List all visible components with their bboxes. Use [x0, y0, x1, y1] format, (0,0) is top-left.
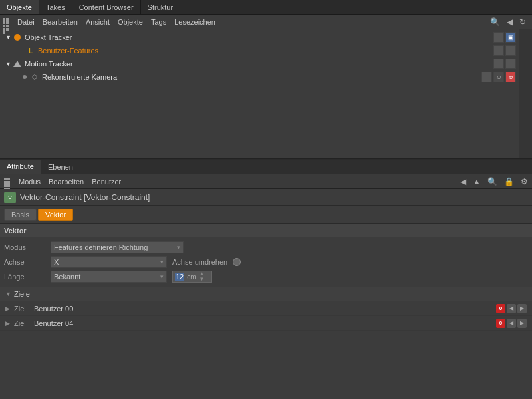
attr-menu-modus[interactable]: Modus — [15, 176, 45, 187]
ziele-header[interactable]: ▼ Ziele — [0, 287, 532, 301]
object-panel: ▼ Objekt Tracker ▣ L Benutzer-Features — [0, 29, 532, 159]
tree-item-motion-tracker[interactable]: ▼ Motion Tracker — [0, 57, 519, 70]
tree-label-kamera: Rekonstruierte Kamera — [42, 73, 481, 81]
number-arrows: ▲ ▼ — [200, 271, 205, 282]
tree-item-obj-tracker[interactable]: ▼ Objekt Tracker ▣ — [0, 31, 519, 44]
prop-label-modus: Modus — [4, 243, 51, 251]
tab-content-browser[interactable]: Content Browser — [72, 0, 141, 14]
tree-actions-obj-tracker: ▣ — [493, 32, 516, 43]
attr-tab-bar: Attribute Ebenen — [0, 160, 532, 174]
menu-objekte[interactable]: Objekte — [114, 17, 147, 27]
action-btn-m1[interactable] — [493, 59, 504, 69]
tree-dot-kamera — [23, 75, 27, 79]
arrow-up-icon[interactable]: ▲ — [471, 176, 482, 187]
menu-tags[interactable]: Tags — [147, 17, 170, 27]
attr-menu-benutzer[interactable]: Benutzer — [88, 176, 125, 187]
grid-handle — [1, 17, 12, 27]
menu-ansicht[interactable]: Ansicht — [82, 17, 114, 27]
achse-select[interactable]: X ▾ — [51, 256, 167, 268]
ziel-expand-arrow-0[interactable]: ▶ — [5, 305, 10, 312]
prop-control-modus: Features definieren Richtung ▾ — [51, 241, 528, 253]
ziel-nav-next-0[interactable]: ▶ — [517, 304, 527, 313]
refresh-icon[interactable]: ↻ — [517, 17, 528, 27]
number-down-arrow[interactable]: ▼ — [200, 277, 205, 282]
tree-actions-kamera: ⊙ ⊗ — [481, 72, 516, 82]
ziel-row-0: ▶ Ziel Benutzer 00 0 ◀ ▶ — [0, 301, 532, 316]
menu-bearbeiten[interactable]: Bearbeiten — [39, 17, 82, 27]
tree-label-motion: Motion Tracker — [25, 60, 493, 68]
ziel-badge-1: 0 — [496, 319, 505, 328]
ziel-nav-next-1[interactable]: ▶ — [517, 319, 527, 328]
tree-icon-motion — [12, 59, 23, 69]
action-btn-m2[interactable] — [505, 59, 516, 69]
sub-tab-vektor[interactable]: Vektor — [38, 209, 73, 221]
tree-expand-arrow: ▼ — [5, 34, 12, 41]
attr-menu-bearbeiten[interactable]: Bearbeiten — [45, 176, 88, 187]
ziel-expand-arrow-1[interactable]: ▶ — [5, 320, 10, 327]
action-btn-k1[interactable] — [481, 72, 492, 82]
menu-datei[interactable]: Datei — [13, 17, 39, 27]
side-panel — [519, 29, 532, 158]
menu-lesezeichen[interactable]: Lesezeichen — [170, 17, 219, 27]
laenge-select[interactable]: Bekannt ▾ — [51, 271, 167, 283]
action-btn-b2[interactable] — [505, 45, 516, 56]
sub-tab-basis[interactable]: Basis — [4, 209, 37, 221]
action-btn-k3[interactable]: ⊗ — [505, 72, 516, 82]
prop-row-laenge: Länge Bekannt ▾ 12 cm ▲ ▼ — [0, 269, 532, 284]
attr-search-icon[interactable]: 🔍 — [486, 176, 499, 187]
tree-icon-obj-tracker — [12, 32, 23, 43]
action-btn-k2[interactable]: ⊙ — [493, 72, 504, 82]
lock-icon[interactable]: 🔒 — [503, 176, 515, 187]
ziel-key-1: Ziel — [14, 319, 34, 327]
arrow-left-icon[interactable]: ◀ — [459, 176, 467, 187]
tree-actions-motion — [493, 59, 516, 69]
attr-menu-bar: Modus Bearbeiten Benutzer ◀ ▲ 🔍 🔒 ⚙ — [0, 174, 532, 189]
search-icon[interactable]: 🔍 — [488, 17, 502, 27]
action-btn-2[interactable]: ▣ — [505, 32, 516, 43]
constraint-icon: V — [4, 192, 16, 203]
prop-label-laenge: Länge — [4, 273, 51, 281]
arrow-icon[interactable]: ◀ — [505, 17, 515, 27]
attr-tab-ebenen[interactable]: Ebenen — [41, 160, 80, 174]
tab-takes[interactable]: Takes — [39, 0, 72, 14]
tree-icon-kamera: ⬡ — [29, 72, 40, 82]
ziele-header-label: Ziele — [14, 290, 30, 298]
ziel-icons-1: 0 ◀ ▶ — [496, 319, 527, 328]
attr-tab-attribute[interactable]: Attribute — [0, 160, 41, 174]
title-row: V Vektor-Constraint [Vektor-Constraint] — [0, 189, 532, 206]
modus-select[interactable]: Features definieren Richtung ▾ — [51, 241, 184, 253]
ziel-nav-prev-1[interactable]: ◀ — [507, 319, 516, 328]
achse-umdrehen-checkbox[interactable] — [233, 258, 241, 266]
laenge-select-arrow-icon: ▾ — [160, 273, 164, 280]
number-input[interactable]: 12 cm ▲ ▼ — [172, 271, 212, 283]
tree-item-benutzer[interactable]: L Benutzer-Features — [0, 44, 519, 57]
menu-bar: Datei Bearbeiten Ansicht Objekte Tags Le… — [0, 15, 532, 29]
ziel-row-1: ▶ Ziel Benutzer 04 0 ◀ ▶ — [0, 316, 532, 331]
tab-struktur[interactable]: Struktur — [141, 0, 181, 14]
prop-area: Modus Features definieren Richtung ▾ Ach… — [0, 237, 532, 287]
prop-row-achse: Achse X ▾ Achse umdrehen — [0, 255, 532, 269]
number-unit: cm — [187, 273, 196, 281]
action-btn-1[interactable] — [493, 32, 504, 43]
modus-select-arrow-icon: ▾ — [177, 244, 180, 251]
ziel-nav-prev-0[interactable]: ◀ — [507, 304, 516, 313]
settings-icon[interactable]: ⚙ — [519, 176, 529, 187]
prop-label-achse: Achse — [4, 258, 51, 266]
top-tab-bar: Objekte Takes Content Browser Struktur — [0, 0, 532, 15]
prop-control-laenge: Bekannt ▾ 12 cm ▲ ▼ — [51, 271, 528, 283]
achse-select-arrow-icon: ▾ — [160, 259, 164, 265]
prop-control-achse: X ▾ Achse umdrehen — [51, 256, 528, 268]
constraint-title: Vektor-Constraint [Vektor-Constraint] — [20, 193, 150, 202]
tree-label-obj-tracker: Objekt Tracker — [25, 33, 493, 41]
section-vektor: Vektor — [0, 224, 532, 237]
ziel-val-1: Benutzer 04 — [34, 319, 496, 327]
modus-select-value: Features definieren Richtung — [54, 243, 148, 251]
action-btn-b1[interactable] — [493, 45, 504, 56]
attr-panel: Attribute Ebenen Modus Bearbeiten Benutz… — [0, 160, 532, 331]
tab-objekte[interactable]: Objekte — [0, 0, 39, 14]
ziel-key-0: Ziel — [14, 305, 34, 313]
laenge-select-value: Bekannt — [54, 273, 80, 281]
achse-umdrehen-label: Achse umdrehen — [172, 258, 227, 266]
tree-item-kamera[interactable]: ⬡ Rekonstruierte Kamera ⊙ ⊗ — [0, 70, 519, 84]
ziel-val-0: Benutzer 00 — [34, 305, 496, 313]
